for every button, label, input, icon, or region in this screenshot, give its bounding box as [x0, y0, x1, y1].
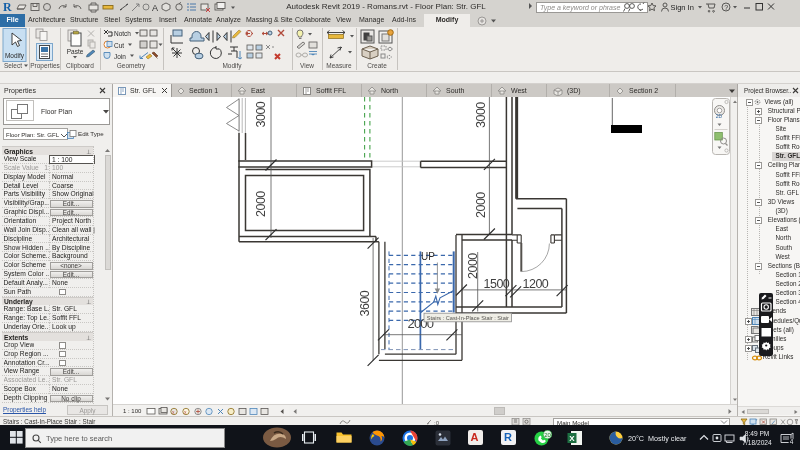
- svg-text:A: A: [152, 3, 158, 13]
- svg-text:View: View: [300, 62, 314, 69]
- svg-text:3600: 3600: [358, 290, 372, 316]
- svg-text:UP: UP: [421, 251, 435, 262]
- svg-text:20: 20: [544, 432, 551, 438]
- svg-text:X: X: [569, 434, 575, 443]
- svg-text:Properties: Properties: [30, 62, 60, 70]
- svg-text:3000: 3000: [474, 102, 488, 128]
- svg-text:2000: 2000: [466, 253, 480, 279]
- svg-text:Paste: Paste: [67, 48, 84, 55]
- svg-text:Sign In: Sign In: [671, 3, 694, 12]
- svg-text:2D: 2D: [716, 113, 723, 119]
- svg-text:Join: Join: [114, 53, 126, 60]
- svg-text:Create: Create: [367, 62, 387, 69]
- svg-text:1200: 1200: [523, 277, 549, 291]
- svg-text:Clipboard: Clipboard: [66, 62, 94, 70]
- svg-text:Geometry: Geometry: [117, 62, 146, 70]
- svg-text:Stairs : Cast-In-Place Stair :: Stairs : Cast-In-Place Stair : Stair: [427, 315, 509, 321]
- svg-text:2000: 2000: [474, 192, 488, 218]
- svg-text:Notch: Notch: [114, 30, 131, 37]
- svg-text:2000: 2000: [254, 191, 268, 217]
- svg-text:Modify: Modify: [5, 52, 25, 60]
- svg-text:Modify: Modify: [222, 62, 242, 70]
- svg-text:3000: 3000: [254, 101, 268, 127]
- svg-text:Cut: Cut: [114, 42, 124, 49]
- svg-text:Measure: Measure: [326, 62, 352, 69]
- svg-text:1500: 1500: [484, 277, 510, 291]
- svg-text:Select: Select: [4, 62, 22, 69]
- svg-text:4: 4: [790, 437, 794, 444]
- svg-text:R: R: [3, 0, 12, 14]
- svg-text:?: ?: [724, 4, 728, 11]
